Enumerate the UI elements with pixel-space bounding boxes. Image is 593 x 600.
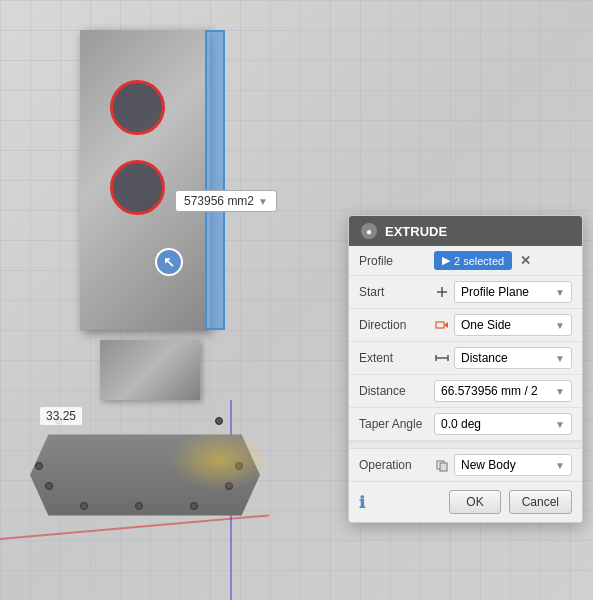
direction-icon	[434, 317, 450, 333]
profile-row: Profile ▶ 2 selected ✕	[349, 246, 582, 276]
dimension-value: 33.25	[46, 409, 76, 423]
bolt-6	[190, 502, 198, 510]
distance-dropdown[interactable]: 66.573956 mm / 2 ▼	[434, 380, 572, 402]
dialog-header: ● EXTRUDE	[349, 216, 582, 246]
operation-dropdown[interactable]: New Body ▼	[454, 454, 572, 476]
operation-dropdown-arrow: ▼	[555, 460, 565, 471]
info-icon[interactable]: ℹ	[359, 493, 365, 512]
dialog-footer: ℹ OK Cancel	[349, 481, 582, 522]
viewport-nav-icon[interactable]: ↖	[155, 248, 183, 276]
profile-selected-button[interactable]: ▶ 2 selected	[434, 251, 512, 270]
cursor-icon: ▶	[442, 254, 450, 267]
distance-value-container: 66.573956 mm / 2 ▼	[434, 380, 572, 402]
direction-dropdown-value: One Side	[461, 318, 511, 332]
taper-angle-label: Taper Angle	[359, 417, 434, 431]
direction-row: Direction One Side ▼	[349, 309, 582, 342]
bolt-8	[45, 482, 53, 490]
profile-clear-button[interactable]: ✕	[516, 251, 535, 270]
extent-label: Extent	[359, 351, 434, 365]
bolt-7	[135, 502, 143, 510]
dialog-header-icon: ●	[361, 223, 377, 239]
direction-value-container: One Side ▼	[434, 314, 572, 336]
extrude-dialog: ● EXTRUDE Profile ▶ 2 selected ✕ Start	[348, 215, 583, 523]
distance-row: Distance 66.573956 mm / 2 ▼	[349, 375, 582, 408]
operation-dropdown-value: New Body	[461, 458, 516, 472]
dimension-label: 33.25	[40, 407, 82, 425]
taper-angle-dropdown-value: 0.0 deg	[441, 417, 481, 431]
svg-rect-8	[440, 463, 447, 471]
extent-row: Extent Distance ▼	[349, 342, 582, 375]
operation-label: Operation	[359, 458, 434, 472]
distance-dropdown-arrow: ▼	[555, 386, 565, 397]
extent-dropdown-arrow: ▼	[555, 353, 565, 364]
taper-angle-value-container: 0.0 deg ▼	[434, 413, 572, 435]
area-value: 573956 mm2	[184, 194, 254, 208]
dialog-title: EXTRUDE	[385, 224, 447, 239]
start-dropdown-arrow: ▼	[555, 287, 565, 298]
area-dropdown-arrow[interactable]: ▼	[258, 196, 268, 207]
direction-label: Direction	[359, 318, 434, 332]
bolt-2	[215, 417, 223, 425]
taper-angle-row: Taper Angle 0.0 deg ▼	[349, 408, 582, 441]
extent-icon	[434, 350, 450, 366]
ok-button[interactable]: OK	[449, 490, 500, 514]
taper-angle-dropdown-arrow: ▼	[555, 419, 565, 430]
part-hole-circle-bottom	[110, 160, 165, 215]
operation-icon	[434, 457, 450, 473]
start-dropdown-value: Profile Plane	[461, 285, 529, 299]
extent-dropdown-value: Distance	[461, 351, 508, 365]
start-row: Start Profile Plane ▼	[349, 276, 582, 309]
cancel-button[interactable]: Cancel	[509, 490, 572, 514]
profile-label: Profile	[359, 254, 434, 268]
taper-angle-dropdown[interactable]: 0.0 deg ▼	[434, 413, 572, 435]
direction-dropdown[interactable]: One Side ▼	[454, 314, 572, 336]
area-label-widget[interactable]: 573956 mm2 ▼	[175, 190, 277, 212]
nav-icon-symbol: ↖	[163, 254, 175, 270]
bolt-3	[35, 462, 43, 470]
dialog-separator	[349, 441, 582, 449]
distance-label: Distance	[359, 384, 434, 398]
dialog-body: Profile ▶ 2 selected ✕ Start	[349, 246, 582, 481]
start-label: Start	[359, 285, 434, 299]
part-face-highlight	[205, 30, 225, 330]
direction-dropdown-arrow: ▼	[555, 320, 565, 331]
operation-value-container: New Body ▼	[434, 454, 572, 476]
profile-value-container: ▶ 2 selected ✕	[434, 251, 572, 270]
distance-dropdown-value: 66.573956 mm / 2	[441, 384, 538, 398]
svg-marker-3	[444, 322, 448, 328]
start-value-container: Profile Plane ▼	[434, 281, 572, 303]
bolt-5	[80, 502, 88, 510]
extent-dropdown[interactable]: Distance ▼	[454, 347, 572, 369]
part-connector	[100, 340, 200, 400]
start-icon	[434, 284, 450, 300]
operation-row: Operation New Body ▼	[349, 449, 582, 481]
start-dropdown[interactable]: Profile Plane ▼	[454, 281, 572, 303]
extent-value-container: Distance ▼	[434, 347, 572, 369]
yellow-glow-highlight	[170, 430, 270, 490]
svg-rect-2	[436, 322, 444, 328]
profile-selected-text: 2 selected	[454, 255, 504, 267]
part-hole-circle-top	[110, 80, 165, 135]
